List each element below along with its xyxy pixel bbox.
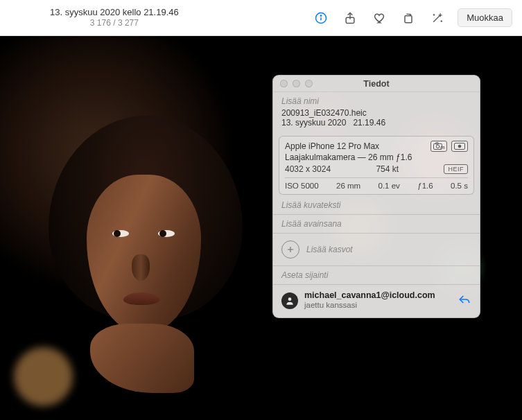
add-keyword-field[interactable]: Lisää avainsana (281, 219, 471, 229)
wand-icon (430, 11, 444, 25)
shared-email: michael_cavanna1@icloud.com (304, 290, 451, 301)
photo-date: 13. syyskuu 2020 kello 21.19.46 (50, 7, 179, 18)
exif-shutter: 0.5 s (451, 182, 468, 190)
enhance-button[interactable] (423, 6, 452, 30)
window-controls[interactable] (273, 80, 313, 87)
exif-aperture: ƒ1.6 (417, 182, 433, 190)
svg-point-6 (436, 145, 440, 148)
set-location-field[interactable]: Aseta sijainti (281, 270, 471, 280)
close-icon[interactable] (280, 80, 288, 87)
reply-button[interactable] (458, 292, 471, 308)
add-caption-field[interactable]: Lisää kuvateksti (281, 200, 471, 210)
edit-button[interactable]: Muokkaa (458, 8, 512, 27)
title-section: Lisää nimi 200913_iE032470.heic 13. syys… (273, 92, 480, 132)
keyword-section: Lisää avainsana (273, 215, 480, 233)
info-button[interactable] (306, 6, 336, 30)
zoom-icon[interactable] (305, 80, 313, 87)
exif-focal: 26 mm (336, 182, 360, 190)
toolbar-actions: Muokkaa (306, 6, 512, 30)
faces-section: Lisää kasvot (273, 234, 480, 265)
add-faces-label[interactable]: Lisää kasvot (306, 245, 353, 254)
exif-row: ISO 5000 26 mm 0.1 ev ƒ1.6 0.5 s (285, 177, 468, 190)
minimize-icon[interactable] (293, 80, 300, 87)
plus-icon (286, 245, 295, 254)
filesize-label: 754 kt (376, 164, 399, 174)
shared-subtitle: jaettu kanssasi (304, 301, 451, 310)
info-icon (314, 11, 328, 25)
photo-counter: 3 176 / 3 277 (90, 18, 139, 28)
photo-subject (49, 116, 243, 372)
favorite-button[interactable] (365, 6, 394, 30)
filename-label: 200913_iE032470.heic (281, 108, 367, 118)
info-panel: Tiedot Lisää nimi 200913_iE032470.heic 1… (272, 75, 480, 318)
svg-point-2 (321, 15, 322, 16)
panel-titlebar[interactable]: Tiedot (273, 76, 480, 92)
person-icon (285, 296, 295, 306)
camera-info-box: Apple iPhone 12 Pro Max Laajakulmakamera… (279, 136, 474, 195)
exif-ev: 0.1 ev (379, 182, 400, 190)
capture-time: 21.19.46 (353, 118, 385, 128)
svg-point-10 (458, 145, 461, 148)
svg-point-13 (288, 297, 292, 301)
rotate-icon (401, 11, 415, 25)
camera-lens: Laajakulmakamera — 26 mm ƒ1.6 (285, 152, 412, 163)
reply-icon (458, 292, 471, 306)
photo-date-counter: 13. syyskuu 2020 kello 21.19.46 3 176 / … (10, 7, 179, 28)
metering-icon (451, 141, 468, 152)
shared-with-you-row[interactable]: michael_cavanna1@icloud.com jaettu kanss… (273, 285, 480, 317)
camera-device: Apple iPhone 12 Pro Max (285, 141, 412, 152)
share-button[interactable] (336, 6, 365, 30)
add-title-field[interactable]: Lisää nimi (281, 96, 471, 106)
rotate-button[interactable] (394, 6, 423, 30)
location-section: Aseta sijainti (273, 266, 480, 284)
exif-iso: ISO 5000 (285, 182, 319, 190)
caption-section: Lisää kuvateksti (273, 196, 480, 214)
toolbar: 13. syyskuu 2020 kello 21.19.46 3 176 / … (0, 0, 522, 36)
share-icon (343, 11, 357, 25)
avatar (281, 292, 298, 309)
capture-date: 13. syyskuu 2020 (281, 118, 346, 128)
whitebalance-icon: WB (430, 141, 447, 152)
svg-rect-4 (405, 15, 412, 22)
heart-icon (372, 11, 386, 25)
add-face-button[interactable] (281, 240, 299, 259)
format-badge: HEIF (444, 164, 468, 174)
svg-text:WB: WB (440, 146, 445, 150)
dimensions-label: 4032 x 3024 (285, 164, 331, 174)
